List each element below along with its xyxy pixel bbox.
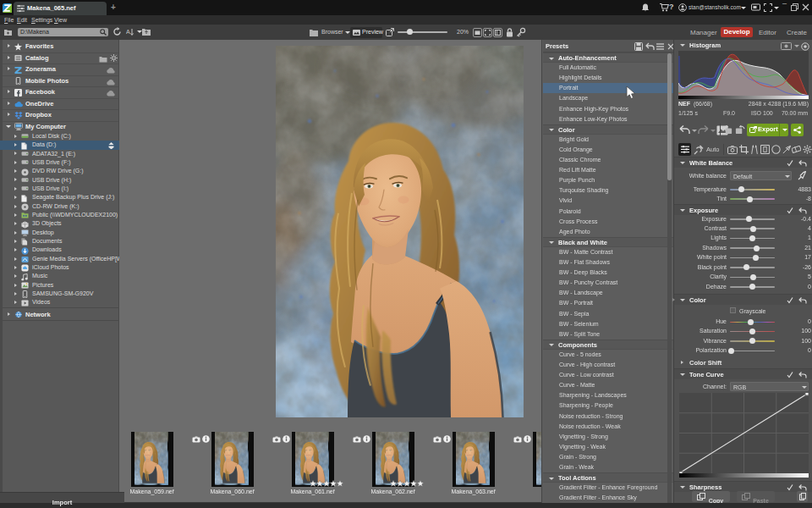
svg-text:A: A [126,29,130,35]
